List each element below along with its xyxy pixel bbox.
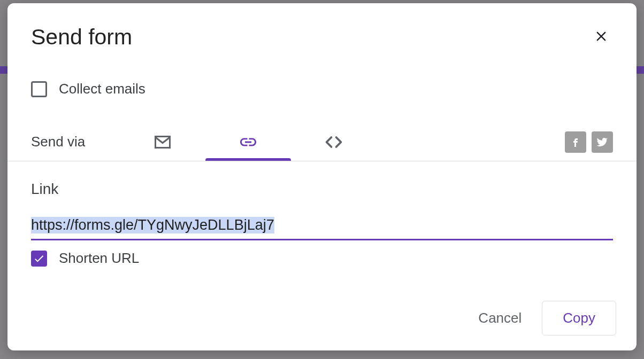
link-section: Link Shorten URL xyxy=(7,161,637,267)
embed-icon xyxy=(324,132,343,152)
social-buttons xyxy=(565,131,613,153)
collect-emails-row: Collect emails xyxy=(7,53,637,97)
facebook-icon xyxy=(569,136,582,149)
shorten-url-row: Shorten URL xyxy=(31,250,613,267)
tab-email[interactable] xyxy=(120,123,205,161)
shorten-url-label: Shorten URL xyxy=(59,250,139,267)
send-via-label: Send via xyxy=(31,134,120,150)
dialog-header: Send form xyxy=(7,25,637,53)
tab-embed[interactable] xyxy=(291,123,377,161)
share-twitter-button[interactable] xyxy=(592,131,613,153)
tab-link[interactable] xyxy=(205,123,291,161)
share-facebook-button[interactable] xyxy=(565,131,586,153)
cancel-button[interactable]: Cancel xyxy=(473,303,527,333)
mail-icon xyxy=(153,132,172,152)
send-via-tabs xyxy=(120,123,377,161)
copy-button[interactable]: Copy xyxy=(542,301,616,335)
link-icon xyxy=(239,132,258,152)
send-via-row: Send via xyxy=(7,97,637,161)
collect-emails-checkbox[interactable] xyxy=(31,81,47,97)
send-form-dialog: Send form Collect emails Send via xyxy=(7,3,637,350)
twitter-icon xyxy=(596,136,609,149)
close-icon xyxy=(593,28,609,44)
dialog-title: Send form xyxy=(31,25,132,50)
shorten-url-checkbox[interactable] xyxy=(31,251,47,267)
link-input[interactable] xyxy=(31,214,613,240)
close-button[interactable] xyxy=(589,25,613,48)
dialog-actions: Cancel Copy xyxy=(473,301,616,335)
link-section-label: Link xyxy=(31,181,613,198)
collect-emails-label: Collect emails xyxy=(59,81,145,97)
